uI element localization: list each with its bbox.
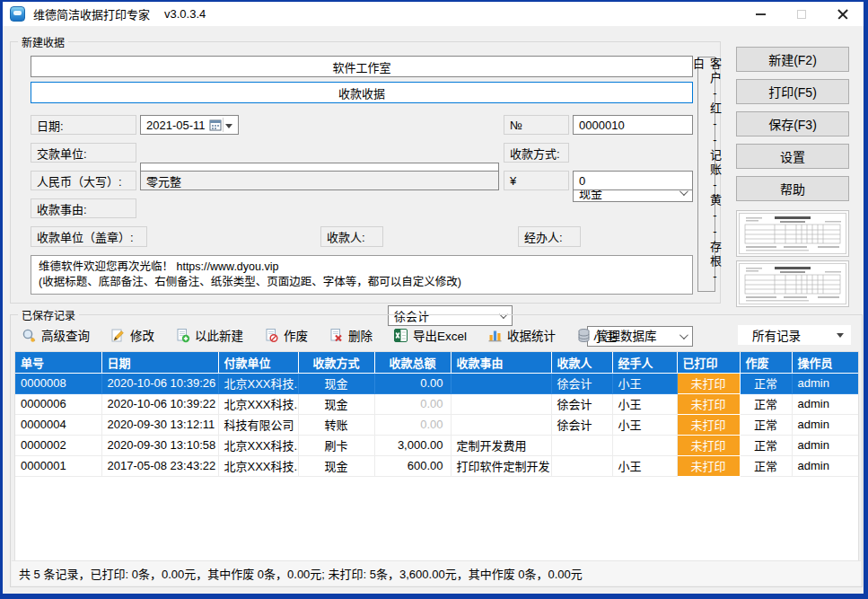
cell-reason: 打印软件定制开发	[451, 455, 551, 476]
payer-label: 交款单位:	[31, 143, 136, 163]
receipt-title-input[interactable]: 收款收据	[31, 82, 693, 103]
col-header[interactable]: 作废	[740, 352, 792, 373]
col-header[interactable]: 收款事由	[451, 352, 551, 373]
printed-status-badge: 未打印	[677, 393, 740, 414]
date-label: 日期:	[31, 115, 136, 135]
receipt-preview-2[interactable]	[736, 260, 849, 307]
cell-payer: 北京XXX科技...	[218, 435, 298, 455]
minimize-button[interactable]	[740, 2, 781, 26]
table-row[interactable]: 0000004 2020-09-30 13:12:11 科技有限公司 转账 0.…	[15, 414, 859, 435]
cell-status: 正常	[740, 393, 792, 414]
cell-method: 转账	[298, 414, 374, 435]
cell-reason	[451, 373, 551, 393]
cell-amount: 0.00	[374, 373, 451, 393]
col-header[interactable]: 单号	[15, 352, 101, 373]
summary-text: 共 5 条记录，已打印: 0条，0.00元，其中作废 0条，0.00元; 未打印…	[19, 565, 583, 582]
receipt-preview-image	[739, 213, 846, 254]
receipt-stats-button[interactable]: 收据统计	[487, 326, 556, 344]
cell-handler	[612, 435, 677, 455]
col-header[interactable]: 操作员	[792, 352, 859, 373]
help-button[interactable]: 帮助	[736, 176, 849, 201]
cell-method: 现金	[298, 455, 374, 476]
cell-payee: 徐会计	[551, 373, 612, 393]
yen-label: ¥	[504, 171, 569, 190]
cell-amount: 0.00	[374, 393, 451, 414]
handler-label: 经办人:	[518, 226, 581, 247]
search-icon	[22, 328, 37, 343]
cell-payer: 科技有限公司	[218, 414, 298, 435]
database-icon	[576, 328, 592, 343]
cell-no: 0000004	[15, 414, 101, 435]
col-header[interactable]: 付款单位	[218, 352, 298, 373]
cell-date: 2020-09-30 13:10:58	[101, 435, 218, 455]
save-button[interactable]: 保存(F3)	[736, 111, 849, 137]
printed-status-badge: 未打印	[677, 373, 740, 393]
maximize-button[interactable]	[781, 2, 822, 26]
notice-line1: 维德软件欢迎您再次光临！ https://www.dyou.vip	[39, 260, 685, 275]
record-filter-dropdown[interactable]: 所有记录	[738, 325, 851, 345]
edit-pencil-icon	[110, 328, 126, 343]
cell-method: 刷卡	[298, 435, 374, 455]
close-button[interactable]	[822, 2, 864, 26]
receipt-preview-1[interactable]	[736, 210, 849, 257]
col-header[interactable]: 已打印	[677, 352, 740, 373]
title-bar: 维德简洁收据打印专家 v3.0.3.4	[3, 2, 864, 26]
date-picker[interactable]: 2021-05-11	[140, 115, 239, 135]
col-header[interactable]: 日期	[101, 352, 218, 373]
cell-operator: admin	[792, 393, 859, 414]
cell-payee: 徐会计	[551, 414, 612, 435]
date-value: 2021-05-11	[146, 119, 206, 132]
window-controls	[740, 2, 864, 26]
saved-records-group-title: 已保存记录	[18, 307, 79, 322]
col-header[interactable]: 收款人	[551, 352, 612, 373]
cell-date: 2020-10-06 10:39:22	[101, 393, 218, 414]
col-header[interactable]: 收款总额	[374, 352, 451, 373]
cell-handler: 小王	[612, 393, 677, 414]
cell-payer: 北京XXX科技...	[218, 393, 298, 414]
saved-records-group: 已保存记录 高级查询 修改 以此新建 作废 删除	[10, 314, 863, 587]
payee-label: 收款人:	[320, 226, 383, 247]
app-icon	[10, 6, 25, 22]
cell-amount: 600.00	[374, 455, 451, 476]
manage-database-button[interactable]: 管理数据库	[576, 326, 657, 344]
void-button[interactable]: 作废	[264, 326, 308, 344]
void-icon	[264, 328, 279, 343]
chevron-down-icon	[837, 333, 844, 338]
cell-payer: 北京XXX科技...	[218, 373, 298, 393]
cell-amount: 3,000.00	[374, 435, 451, 455]
printed-status-badge: 未打印	[677, 455, 740, 476]
cell-status: 正常	[740, 435, 792, 455]
table-row[interactable]: 0000006 2020-10-06 10:39:22 北京XXX科技... 现…	[15, 393, 859, 414]
delete-button[interactable]: 删除	[329, 326, 373, 344]
delete-icon	[329, 328, 344, 343]
edit-button[interactable]: 修改	[110, 326, 154, 344]
new-button[interactable]: 新建(F2)	[736, 47, 849, 72]
window-version: v3.0.3.4	[164, 7, 206, 21]
receipt-number-input[interactable]: 0000010	[573, 115, 693, 135]
cell-handler: 小王	[612, 455, 677, 476]
cell-handler: 小王	[612, 373, 677, 393]
table-row[interactable]: 0000001 2017-05-08 23:43:22 北京XXX科技... 现…	[15, 455, 859, 476]
company-title-input[interactable]: 软件工作室	[31, 56, 693, 77]
receipt-preview-image	[739, 263, 846, 304]
col-header[interactable]: 收款方式	[298, 352, 374, 373]
amount-input[interactable]: 0	[573, 171, 693, 190]
export-excel-button[interactable]: 导出Excel	[393, 326, 467, 344]
print-button[interactable]: 打印(F5)	[736, 79, 849, 104]
chevron-down-icon	[225, 124, 232, 128]
advanced-search-button[interactable]: 高级查询	[22, 326, 90, 344]
cell-no: 0000008	[15, 373, 101, 393]
cell-payee	[551, 455, 612, 476]
table-row[interactable]: 0000008 2020-10-06 10:39:26 北京XXX科技... 现…	[15, 373, 859, 393]
cell-operator: admin	[792, 435, 859, 455]
table-row[interactable]: 0000002 2020-09-30 13:10:58 北京XXX科技... 刷…	[15, 435, 859, 455]
col-header[interactable]: 经手人	[612, 352, 677, 373]
cell-payer: 北京XXX科技...	[218, 455, 298, 476]
new-from-this-button[interactable]: 以此新建	[175, 326, 243, 344]
cell-date: 2017-05-08 23:43:22	[101, 455, 218, 476]
close-icon	[837, 9, 848, 20]
minimize-icon	[756, 13, 766, 15]
cell-reason	[451, 393, 551, 414]
settings-button[interactable]: 设置	[736, 144, 849, 169]
cell-amount: 0.00	[374, 414, 451, 435]
